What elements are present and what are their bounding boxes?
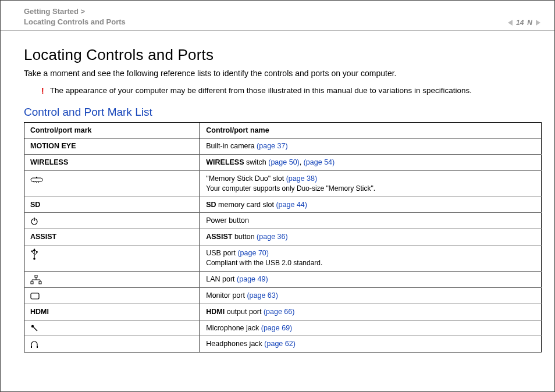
- table-row: Headphones jack (page 62): [24, 336, 542, 352]
- lan-icon: [24, 271, 200, 287]
- breadcrumb: Getting Started > Locating Controls and …: [24, 6, 126, 27]
- svg-line-23: [34, 327, 38, 332]
- th-mark: Control/port mark: [24, 123, 200, 138]
- mark-motioneye: MOTION EYE: [30, 142, 76, 150]
- link-page62[interactable]: (page 62): [264, 340, 296, 348]
- svg-point-11: [31, 251, 33, 252]
- svg-rect-15: [31, 281, 33, 284]
- mark-wireless: WIRELESS: [30, 158, 68, 166]
- link-page54[interactable]: (page 54): [304, 158, 335, 166]
- svg-rect-25: [37, 346, 38, 348]
- desc-motioneye: Built-in camera: [206, 142, 257, 150]
- link-page49[interactable]: (page 49): [237, 275, 268, 283]
- page-nav: 14 N: [508, 19, 542, 27]
- svg-rect-21: [31, 293, 39, 299]
- page-number: 14: [516, 19, 524, 27]
- caution-note: ! The appearance of your computer may be…: [24, 86, 542, 95]
- table-row: LAN port (page 49): [24, 271, 542, 287]
- prev-page-icon[interactable]: [508, 20, 513, 26]
- svg-rect-14: [35, 275, 37, 277]
- table-row: HDMI HDMI output port (page 66): [24, 304, 542, 320]
- ms-subtext: Your computer supports only Duo-size "Me…: [206, 184, 375, 193]
- table-row: "Memory Stick Duo" slot (page 38)Your co…: [24, 170, 542, 197]
- power-icon: [24, 213, 200, 229]
- next-page-icon[interactable]: [536, 20, 540, 26]
- mark-sd: SD: [30, 201, 40, 209]
- memorystick-icon: [24, 170, 200, 197]
- th-name: Control/port name: [200, 123, 542, 138]
- svg-point-8: [33, 258, 35, 260]
- svg-marker-9: [33, 248, 36, 251]
- desc-power: Power button: [206, 216, 249, 224]
- link-page63[interactable]: (page 63): [247, 291, 278, 300]
- svg-rect-16: [39, 281, 41, 284]
- usb-icon: [24, 245, 200, 272]
- usb-subtext: Compliant with the USB 2.0 standard.: [206, 259, 322, 267]
- page-header: Getting Started > Locating Controls and …: [1, 1, 554, 31]
- breadcrumb-l2: Locating Controls and Ports: [24, 17, 126, 26]
- link-page44[interactable]: (page 44): [276, 201, 307, 209]
- nav-n-label: N: [527, 19, 532, 27]
- headphones-icon: [24, 336, 200, 352]
- caution-text: The appearance of your computer may be d…: [50, 86, 472, 95]
- svg-rect-0: [31, 178, 42, 181]
- link-page70[interactable]: (page 70): [237, 249, 269, 257]
- svg-point-1: [36, 176, 37, 177]
- microphone-icon: [24, 320, 200, 336]
- svg-rect-24: [31, 346, 32, 348]
- link-page66[interactable]: (page 66): [264, 308, 295, 316]
- table-row: WIRELESS WIRELESS switch (page 50), (pag…: [24, 154, 542, 170]
- intro-text: Take a moment and see the following refe…: [24, 69, 542, 78]
- monitor-icon: [24, 287, 200, 304]
- section-subhead: Control and Port Mark List: [24, 106, 542, 119]
- table-row: Monitor port (page 63): [24, 287, 542, 304]
- link-page38[interactable]: (page 38): [286, 174, 318, 183]
- mark-assist: ASSIST: [30, 233, 56, 241]
- table-row: ASSIST ASSIST button (page 36): [24, 229, 542, 245]
- table-row: MOTION EYE Built-in camera (page 37): [24, 138, 542, 155]
- content: Locating Controls and Ports Take a momen…: [1, 31, 554, 352]
- table-row: USB port (page 70)Compliant with the USB…: [24, 245, 542, 272]
- mark-hdmi: HDMI: [30, 308, 49, 316]
- link-page69[interactable]: (page 69): [261, 324, 293, 332]
- link-page37[interactable]: (page 37): [257, 142, 288, 150]
- svg-rect-13: [36, 251, 38, 253]
- table-row: Microphone jack (page 69): [24, 320, 542, 336]
- ports-table: Control/port mark Control/port name MOTI…: [24, 122, 542, 352]
- link-page50[interactable]: (page 50): [268, 158, 300, 166]
- breadcrumb-l1: Getting Started >: [24, 7, 85, 16]
- table-row: SD SD memory card slot (page 44): [24, 197, 542, 213]
- link-page36[interactable]: (page 36): [257, 233, 288, 241]
- page-title: Locating Controls and Ports: [24, 46, 542, 64]
- table-row: Power button: [24, 213, 542, 229]
- warning-icon: !: [24, 86, 44, 95]
